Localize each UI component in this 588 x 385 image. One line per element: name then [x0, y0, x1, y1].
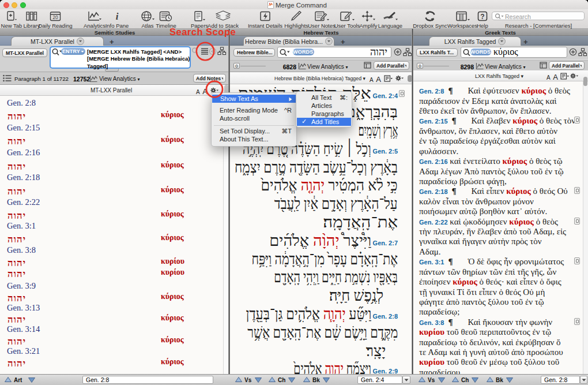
- svg-text:i: i: [116, 11, 119, 22]
- svg-text:?: ?: [480, 13, 484, 21]
- svg-text:20: 20: [52, 14, 58, 20]
